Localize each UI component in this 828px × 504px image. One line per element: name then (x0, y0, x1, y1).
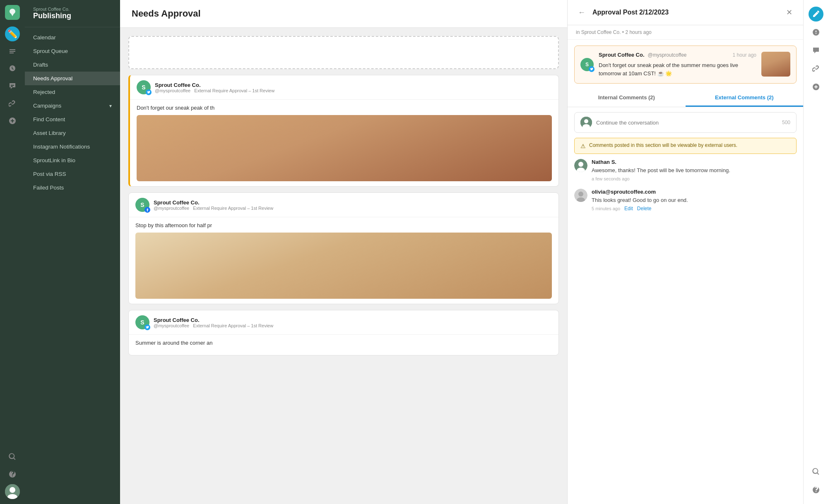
comment-input[interactable] (596, 120, 778, 126)
svg-point-7 (578, 162, 583, 167)
comment-avatar-olivia (574, 189, 587, 202)
rail-icon-alerts[interactable] (5, 61, 20, 76)
edge-alert-icon[interactable] (809, 25, 823, 40)
svg-point-1 (10, 487, 15, 493)
post-body: Don't forget our sneak peak of th (130, 100, 558, 186)
comment-body: olivia@sproutcoffee.com This looks great… (592, 189, 797, 212)
edge-help-icon[interactable] (809, 482, 823, 497)
draft-placeholder (128, 36, 559, 69)
comment-meta: a few seconds ago (592, 176, 797, 181)
panel-title: Approval Post 2/12/2023 (592, 9, 778, 16)
post-text: Don't forget our sneak peak of th (137, 105, 552, 111)
post-author-handle: @mysproutcoffee External Require Approva… (154, 323, 552, 328)
sidebar-item-sproutlink-in-bio[interactable]: SproutLink in Bio (25, 154, 120, 167)
post-text: Summer is around the corner an (135, 340, 552, 346)
comment-avatar-nathan (574, 159, 587, 172)
avatar: S (135, 315, 149, 329)
twitter-badge-icon (144, 324, 150, 330)
main-content: Needs Approval S Sprout Coffee Co. @mysp… (120, 0, 567, 504)
rail-icon-engagement[interactable] (5, 79, 20, 94)
campaigns-arrow-icon: ▾ (109, 103, 112, 109)
sidebar-nav: Calendar Sprout Queue Drafts Needs Appro… (25, 27, 120, 504)
post-author-name: Sprout Coffee Co. (154, 317, 552, 323)
approval-post-content: Sprout Coffee Co. @mysproutcoffee 1 hour… (599, 52, 756, 77)
sidebar-item-drafts[interactable]: Drafts (25, 58, 120, 72)
right-edge-strip (803, 0, 828, 504)
compose-fab-button[interactable] (809, 7, 823, 22)
rail-icon-search[interactable] (5, 449, 20, 464)
post-author-name: Sprout Coffee Co. (155, 82, 552, 88)
sidebar-item-sprout-queue[interactable]: Sprout Queue (25, 44, 120, 58)
instagram-notifications-nav-label: Instagram Notifications (33, 144, 90, 150)
icon-rail: ✏️ (0, 0, 25, 504)
rail-icon-link[interactable] (5, 96, 20, 111)
main-header: Needs Approval (120, 0, 567, 28)
approval-post-avatar: S (580, 58, 594, 71)
sidebar-item-campaigns[interactable]: Campaigns ▾ (25, 99, 120, 113)
approval-twitter-icon (589, 66, 595, 72)
table-row[interactable]: S Sprout Coffee Co. @mysproutcoffee Exte… (128, 75, 559, 187)
external-comments-warning: ⚠ Comments posted in this section will b… (574, 138, 797, 154)
find-content-nav-label: Find Content (33, 116, 65, 122)
table-row[interactable]: S Sprout Coffee Co. @mysproutcoffee Exte… (128, 310, 559, 355)
sidebar-item-needs-approval[interactable]: Needs Approval (25, 72, 120, 85)
compose-button[interactable]: ✏️ (5, 26, 20, 41)
approval-post-header: Sprout Coffee Co. @mysproutcoffee 1 hour… (599, 52, 756, 58)
approval-post-time: 1 hour ago (733, 52, 756, 58)
comment-delete-button[interactable]: Delete (637, 206, 652, 211)
avatar: S (137, 80, 151, 94)
avatar: S (135, 198, 149, 212)
sidebar-item-calendar[interactable]: Calendar (25, 31, 120, 44)
post-text: Stop by this afternoon for half pr (135, 222, 552, 228)
edge-search-icon[interactable] (809, 464, 823, 479)
edge-link-icon[interactable] (809, 61, 823, 76)
sidebar-item-rejected[interactable]: Rejected (25, 85, 120, 99)
asset-library-nav-label: Asset Library (33, 130, 66, 136)
comment-input-area: 500 (574, 112, 797, 133)
page-title: Needs Approval (132, 8, 201, 19)
sidebar-item-failed-posts[interactable]: Failed Posts (25, 181, 120, 194)
post-author-info: Sprout Coffee Co. @mysproutcoffee Extern… (155, 82, 552, 93)
list-item: olivia@sproutcoffee.com This looks great… (574, 189, 797, 212)
comment-text: Awesome, thanks! The post will be live t… (592, 166, 797, 175)
list-item: Nathan S. Awesome, thanks! The post will… (574, 159, 797, 181)
panel-close-button[interactable]: ✕ (783, 7, 795, 18)
table-row[interactable]: S Sprout Coffee Co. @mysproutcoffee Exte… (128, 192, 559, 304)
comment-meta: 5 minutes ago Edit Delete (592, 206, 797, 211)
approval-post-text: Don't forget our sneak peak of the summe… (599, 61, 756, 77)
drafts-nav-label: Drafts (33, 62, 48, 68)
failed-posts-nav-label: Failed Posts (33, 185, 64, 191)
warning-icon: ⚠ (580, 143, 586, 149)
sidebar-item-post-via-rss[interactable]: Post via RSS (25, 167, 120, 181)
sidebar-item-instagram-notifications[interactable]: Instagram Notifications (25, 140, 120, 154)
post-author-name: Sprout Coffee Co. (154, 199, 552, 206)
comments-list: Nathan S. Awesome, thanks! The post will… (568, 159, 803, 504)
comment-input-avatar (580, 117, 592, 128)
tab-internal-comments[interactable]: Internal Comments (2) (568, 89, 686, 107)
tab-external-comments[interactable]: External Comments (2) (686, 89, 804, 107)
panel-header: ← Approval Post 2/12/2023 ✕ (568, 0, 803, 25)
panel-back-button[interactable]: ← (576, 7, 587, 18)
edge-add-icon[interactable] (809, 79, 823, 94)
approval-panel: ← Approval Post 2/12/2023 ✕ in Sprout Co… (567, 0, 803, 504)
post-body: Stop by this afternoon for half pr (129, 217, 558, 304)
sidebar-item-asset-library[interactable]: Asset Library (25, 126, 120, 140)
post-body: Summer is around the corner an (129, 335, 558, 355)
user-avatar[interactable] (5, 484, 20, 499)
comment-author: olivia@sproutcoffee.com (592, 189, 797, 195)
sidebar: Sprout Coffee Co. Publishing Calendar Sp… (25, 0, 120, 504)
needs-approval-nav-label: Needs Approval (33, 75, 72, 82)
svg-point-10 (578, 192, 583, 197)
rail-icon-add[interactable] (5, 113, 20, 128)
campaigns-nav-label: Campaigns (33, 103, 61, 109)
edge-chat-icon[interactable] (809, 43, 823, 58)
comment-text: This looks great! Good to go on our end. (592, 196, 797, 204)
sidebar-item-find-content[interactable]: Find Content (25, 113, 120, 126)
posts-list: S Sprout Coffee Co. @mysproutcoffee Exte… (120, 28, 567, 504)
post-via-rss-nav-label: Post via RSS (33, 171, 66, 177)
rail-icon-publishing[interactable] (5, 44, 20, 59)
rail-icon-help[interactable] (5, 467, 20, 482)
comment-edit-button[interactable]: Edit (624, 206, 633, 211)
sidebar-header: Sprout Coffee Co. Publishing (25, 0, 120, 27)
comments-tabs: Internal Comments (2) External Comments … (568, 89, 803, 107)
